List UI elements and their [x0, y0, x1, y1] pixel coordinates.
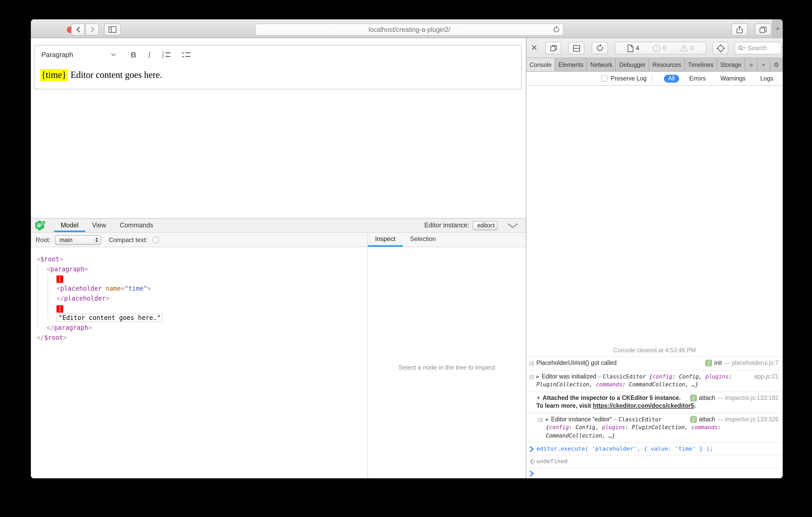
issues-badge: 0	[653, 44, 666, 52]
devtools-tab-network[interactable]: Network	[587, 58, 616, 71]
numbered-list-button[interactable]: 12	[161, 51, 171, 58]
tree-line[interactable]: [	[31, 274, 367, 284]
placeholder-chip[interactable]: {time}	[40, 69, 68, 81]
console-message-location[interactable]: app.js:21	[754, 372, 779, 381]
forward-button[interactable]	[85, 24, 99, 35]
console-filter-logs[interactable]: Logs	[756, 74, 778, 82]
console-result[interactable]: undefined	[526, 455, 783, 467]
element-picker-button[interactable]	[713, 42, 728, 54]
console-message-location[interactable]: finit— placeholderui.js:7	[705, 359, 779, 367]
close-icon	[531, 44, 537, 51]
devtools-tab-timelines[interactable]: Timelines	[685, 58, 717, 71]
reload-icon	[596, 44, 604, 52]
settings-button[interactable]: ⚙	[770, 58, 783, 71]
inspector-side-tab-inspect[interactable]: Inspect	[368, 233, 403, 247]
devtools-reload-button[interactable]	[592, 42, 608, 54]
editor-toolbar: Paragraph B I 12	[34, 45, 522, 64]
inspect-hint: Select a node in the tree to inspect	[368, 364, 526, 371]
heading-dropdown-label: Paragraph	[41, 51, 73, 59]
overflow-tabs-button[interactable]: »	[745, 58, 758, 71]
tree-line[interactable]: </placeholder>	[31, 294, 367, 303]
editor-text: Editor content goes here.	[70, 69, 162, 80]
inspector-tab-commands[interactable]: Commands	[113, 218, 160, 232]
new-tab-button[interactable]: +	[772, 19, 783, 38]
text-node[interactable]: "Editor content goes here."	[57, 314, 163, 322]
devtools-tab-debugger[interactable]: Debugger	[616, 58, 649, 71]
devtools-search-field[interactable]	[734, 42, 782, 54]
log-stack-icon	[529, 361, 535, 366]
tree-line[interactable]: </$root>	[31, 333, 367, 342]
console-input-echo[interactable]: editor.execute( 'placeholder', { value: …	[526, 442, 783, 455]
console-filter-warnings[interactable]: Warnings	[716, 74, 750, 82]
inspector-collapse-button[interactable]	[507, 222, 519, 228]
console-message[interactable]: fattach— inspector.js:133:182▼Attached t…	[526, 391, 783, 413]
close-devtools-button[interactable]	[531, 44, 537, 51]
console-message[interactable]: finit— placeholderui.js:7 PlaceholderUI#…	[526, 357, 783, 370]
editor-instance-select[interactable]: editor	[472, 221, 498, 230]
tabs-icon	[759, 26, 767, 33]
devtools-tab-console[interactable]: Console	[526, 58, 555, 71]
console-message[interactable]: fattach— inspector.js:133:326 ▶Editor in…	[526, 413, 783, 442]
undock-button[interactable]	[545, 42, 561, 54]
inspector-tab-model[interactable]: Model	[54, 218, 85, 232]
console-output: Console cleared at 4:53:46 PM finit— pla…	[526, 86, 783, 478]
devtools-tab-elements[interactable]: Elements	[555, 58, 587, 71]
indent-guide	[38, 264, 38, 329]
selection-marker: ]	[57, 305, 63, 312]
add-tab-button[interactable]: +	[758, 58, 770, 71]
sidebar-button[interactable]	[104, 24, 121, 35]
activity-badges[interactable]: 4 0 0	[615, 42, 706, 54]
search-icon	[738, 45, 746, 51]
console-filter-errors[interactable]: Errors	[685, 74, 710, 82]
sidebar-icon	[108, 26, 117, 33]
console-prompt-icon	[529, 446, 534, 452]
tree-line[interactable]: ]	[31, 303, 367, 313]
inspector-side-tab-selection[interactable]: Selection	[403, 233, 443, 247]
devtools-tab-storage[interactable]: Storage	[717, 58, 745, 71]
chevron-down-icon	[111, 53, 116, 57]
tree-line[interactable]: </paragraph>	[31, 323, 367, 333]
console-input-prompt[interactable]	[526, 467, 783, 478]
console-prompt-icon	[529, 470, 534, 477]
tree-line[interactable]: <placeholder name="time">	[31, 284, 367, 294]
italic-button[interactable]: I	[148, 50, 151, 59]
editor-content[interactable]: {time}Editor content goes here.	[34, 64, 522, 89]
inspector-controls-row: Root: main Compact text: InspectSelectio…	[31, 233, 526, 247]
warning-triangle-icon	[680, 44, 688, 52]
select-arrows-icon	[95, 237, 98, 242]
bold-button[interactable]: B	[130, 50, 136, 59]
resource-count-badge: 4	[627, 44, 639, 52]
disclosure-triangle-icon[interactable]: ▶	[536, 374, 540, 379]
disclosure-triangle-icon[interactable]: ▶	[546, 417, 549, 422]
console-message-location[interactable]: fattach— inspector.js:133:182	[690, 394, 779, 402]
address-bar[interactable]: localhost/creating-a-plugin2/	[255, 24, 563, 35]
root-select[interactable]: main	[55, 235, 101, 244]
compact-text-checkbox[interactable]	[152, 237, 158, 243]
back-button[interactable]	[71, 24, 85, 35]
filter-divider	[652, 75, 652, 82]
devtools-tab-resources[interactable]: Resources	[649, 58, 685, 71]
console-message[interactable]: app.js:21 ▶Editor was initialized – Clas…	[526, 370, 783, 391]
inspect-panel: Select a node in the tree to inspect	[368, 248, 526, 478]
search-input[interactable]	[748, 45, 778, 51]
tree-line[interactable]: <paragraph>	[31, 264, 367, 274]
console-message-location[interactable]: fattach— inspector.js:133:326	[690, 415, 779, 423]
console-filter-all[interactable]: All	[664, 74, 679, 82]
tab-overview-button[interactable]	[755, 24, 771, 35]
ckeditor-inspector-panel: 5 ModelViewCommands Editor instance: edi…	[31, 218, 526, 478]
preserve-log-checkbox[interactable]	[602, 75, 608, 82]
inspector-tab-view[interactable]: View	[85, 218, 113, 232]
share-button[interactable]	[731, 24, 748, 35]
document-icon	[627, 44, 634, 52]
tree-line[interactable]: <$root>	[31, 254, 367, 264]
tree-line[interactable]: "Editor content goes here."	[31, 313, 367, 323]
dock-bottom-button[interactable]	[568, 42, 584, 54]
disclosure-triangle-icon[interactable]: ▼	[536, 395, 541, 400]
page-reload-button[interactable]	[552, 26, 560, 34]
bulleted-list-button[interactable]	[181, 51, 191, 58]
source-location: — inspector.js:133:326	[717, 415, 779, 423]
function-badge-icon: f	[690, 416, 697, 423]
function-badge-icon: f	[690, 395, 697, 401]
devtools-tab-bar: ConsoleElementsNetworkDebuggerResourcesT…	[526, 58, 783, 71]
heading-dropdown[interactable]: Paragraph	[41, 51, 116, 59]
